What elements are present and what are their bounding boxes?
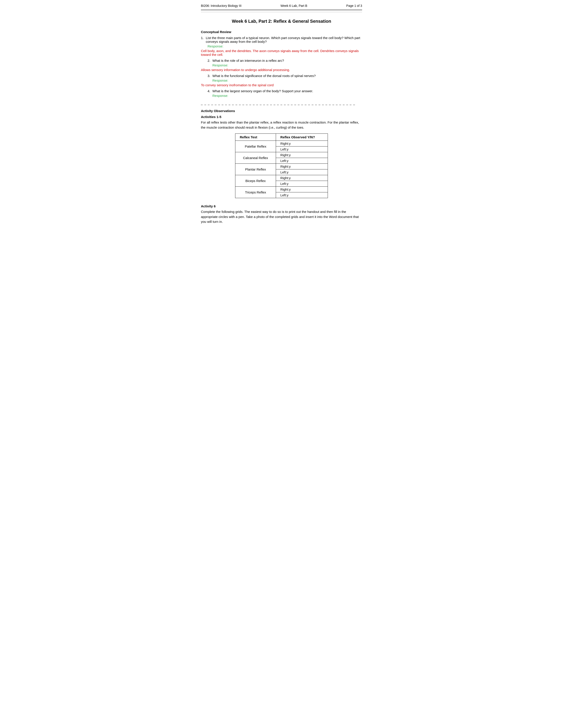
table-row: Triceps ReflexRight:y — [235, 187, 328, 192]
table-row: Biceps ReflexRight:y — [235, 175, 328, 181]
header-right: Page 1 of 3 — [346, 4, 362, 8]
q3-response-answer: To convey sensory inofromation to the sp… — [201, 83, 362, 87]
reflex-name-cell: Plantar Reflex — [235, 164, 276, 175]
reflex-left-cell: Left:y — [276, 192, 328, 198]
table-header-reflex-observed: Reflex Observed Y/N? — [276, 134, 328, 141]
table-header-reflex-test: Reflex Test — [235, 134, 276, 141]
header: BI206: Introductory Biology III Week 6 L… — [201, 0, 362, 10]
reflex-right-cell: Right:y — [276, 141, 328, 146]
activity-6-desc: Complete the following grids. The easies… — [201, 209, 362, 224]
activity-observations-section: Activity Observations Activities 1-5 For… — [201, 109, 362, 224]
question-2: 2. What is the role of an interneuron in… — [207, 59, 362, 62]
reflex-table: Reflex Test Reflex Observed Y/N? Patella… — [235, 133, 328, 198]
q1-number: 1. — [201, 36, 206, 43]
header-center: Week 6 Lab, Part B — [280, 4, 307, 8]
q1-text: List the three main parts of a typical n… — [206, 36, 362, 43]
table-row: Calcaneal ReflexRight:y — [235, 152, 328, 158]
reflex-left-cell: Left:y — [276, 158, 328, 164]
main-title: Week 6 Lab, Part 2: Reflex & General Sen… — [201, 19, 362, 24]
reflex-right-cell: Right:y — [276, 187, 328, 192]
reflex-left-cell: Left:y — [276, 181, 328, 187]
q1-response-answer: Cell body, axon, and the dendrites. The … — [201, 49, 362, 56]
question-1: 1. List the three main parts of a typica… — [201, 36, 362, 43]
reflex-name-cell: Calcaneal Reflex — [235, 152, 276, 164]
reflex-right-cell: Right:y — [276, 164, 328, 169]
q2-text: What is the role of an interneuron in a … — [212, 59, 284, 62]
q4-number: 4. — [207, 89, 212, 93]
q2-response-answer: Allows sensory information to undergo ad… — [201, 68, 362, 72]
conceptual-review-heading: Conceptual Review — [201, 30, 362, 34]
activity-6-heading: Activity 6 — [201, 204, 362, 208]
reflex-name-cell: Patellar Reflex — [235, 141, 276, 152]
activity-6-section: Activity 6 Complete the following grids.… — [201, 204, 362, 224]
q4-response-label: Response: — [212, 94, 228, 98]
q2-number: 2. — [207, 59, 212, 62]
activities-1-5-desc: For all reflex tests other than the plan… — [201, 120, 362, 130]
q3-text: What is the functional significance of t… — [212, 74, 316, 78]
table-row: Patellar ReflexRight:y — [235, 141, 328, 146]
conceptual-review-section: Conceptual Review 1. List the three main… — [201, 30, 362, 98]
q2-response-label: Response: — [212, 63, 228, 67]
q3-number: 3. — [207, 74, 212, 78]
question-3: 3. What is the functional significance o… — [207, 74, 362, 78]
activities-1-5-heading: Activities 1-5 — [201, 115, 362, 119]
reflex-right-cell: Right:y — [276, 175, 328, 181]
activity-observations-heading: Activity Observations — [201, 109, 362, 113]
section-divider: _ _ _ _ _ _ _ _ _ _ _ _ _ _ _ _ _ _ _ _ … — [201, 101, 362, 105]
reflex-right-cell: Right:y — [276, 152, 328, 158]
reflex-left-cell: Left:y — [276, 146, 328, 152]
question-4: 4. What is the largest sensory organ of … — [207, 89, 362, 93]
table-row: Plantar ReflexRight:y — [235, 164, 328, 169]
page-container: BI206: Introductory Biology III Week 6 L… — [188, 0, 375, 240]
q1-response-label: Response: — [207, 44, 223, 48]
q4-text: What is the largest sensory organ of the… — [212, 89, 313, 93]
q3-response-label: Response: — [212, 79, 228, 82]
header-left: BI206: Introductory Biology III — [201, 4, 241, 8]
reflex-name-cell: Triceps Reflex — [235, 187, 276, 198]
reflex-left-cell: Left:y — [276, 169, 328, 175]
reflex-name-cell: Biceps Reflex — [235, 175, 276, 187]
activities-1-5-section: Activities 1-5 For all reflex tests othe… — [201, 115, 362, 198]
